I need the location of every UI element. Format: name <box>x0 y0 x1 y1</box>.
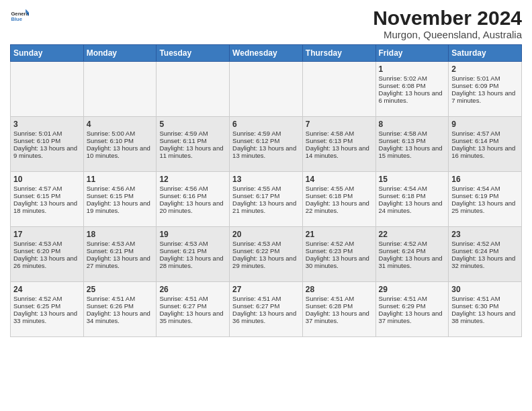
day-info: Daylight: 13 hours and 13 minutes. <box>232 144 300 159</box>
calendar-week-1: 1Sunrise: 5:02 AMSunset: 6:08 PMDaylight… <box>11 62 522 117</box>
day-info: Sunrise: 5:00 AM <box>87 130 154 137</box>
day-info: Sunrise: 5:02 AM <box>379 75 446 82</box>
title-block: November 2024 Murgon, Queensland, Austra… <box>373 7 522 40</box>
calendar-cell <box>230 62 303 117</box>
header-row-days: Sunday Monday Tuesday Wednesday Thursday… <box>11 45 522 62</box>
day-info: Sunset: 6:27 PM <box>232 302 300 310</box>
day-info: Sunrise: 4:51 AM <box>159 295 226 302</box>
day-info: Sunrise: 4:52 AM <box>379 240 446 247</box>
day-info: Sunset: 6:14 PM <box>451 137 519 144</box>
day-number: 28 <box>306 285 373 294</box>
day-info: Sunrise: 4:51 AM <box>451 295 519 302</box>
day-info: Sunset: 6:24 PM <box>379 247 446 255</box>
day-info: Sunrise: 4:52 AM <box>306 240 373 247</box>
day-info: Sunset: 6:22 PM <box>232 247 300 255</box>
day-info: Sunset: 6:27 PM <box>159 302 226 310</box>
day-info: Daylight: 13 hours and 10 minutes. <box>87 144 154 159</box>
calendar-cell: 25Sunrise: 4:51 AMSunset: 6:26 PMDayligh… <box>83 282 157 337</box>
logo-icon: General Blue <box>10 7 29 26</box>
day-info: Sunrise: 4:51 AM <box>306 295 373 302</box>
day-number: 14 <box>306 175 373 184</box>
calendar-cell: 2Sunrise: 5:01 AMSunset: 6:09 PMDaylight… <box>449 62 522 117</box>
calendar-cell: 12Sunrise: 4:56 AMSunset: 6:16 PMDayligh… <box>157 172 230 227</box>
header-saturday: Saturday <box>449 45 522 62</box>
day-info: Sunset: 6:28 PM <box>306 302 373 310</box>
day-number: 2 <box>451 64 519 74</box>
calendar-cell: 6Sunrise: 4:59 AMSunset: 6:12 PMDaylight… <box>230 117 303 172</box>
day-info: Sunrise: 4:53 AM <box>87 240 154 247</box>
calendar-cell <box>157 62 230 117</box>
day-info: Sunset: 6:23 PM <box>306 247 373 255</box>
day-number: 23 <box>451 230 519 239</box>
calendar-cell: 1Sunrise: 5:02 AMSunset: 6:08 PMDaylight… <box>375 62 449 117</box>
calendar-cell: 21Sunrise: 4:52 AMSunset: 6:23 PMDayligh… <box>302 227 375 282</box>
day-info: Daylight: 13 hours and 30 minutes. <box>306 255 373 269</box>
day-info: Sunrise: 4:56 AM <box>159 185 226 192</box>
calendar-cell: 3Sunrise: 5:01 AMSunset: 6:10 PMDaylight… <box>11 117 84 172</box>
day-info: Sunrise: 4:51 AM <box>87 295 154 302</box>
header-row: General Blue November 2024 Murgon, Queen… <box>10 7 522 40</box>
calendar-cell <box>11 62 84 117</box>
day-info: Sunrise: 4:59 AM <box>232 130 300 137</box>
day-info: Sunrise: 4:51 AM <box>379 295 446 302</box>
calendar-cell: 20Sunrise: 4:53 AMSunset: 6:22 PMDayligh… <box>230 227 303 282</box>
day-info: Daylight: 13 hours and 9 minutes. <box>13 144 81 159</box>
calendar-cell: 17Sunrise: 4:53 AMSunset: 6:20 PMDayligh… <box>11 227 84 282</box>
day-info: Sunrise: 4:54 AM <box>451 185 519 192</box>
day-info: Daylight: 13 hours and 37 minutes. <box>379 310 446 324</box>
calendar-cell: 15Sunrise: 4:54 AMSunset: 6:18 PMDayligh… <box>375 172 449 227</box>
day-info: Sunset: 6:09 PM <box>451 82 519 89</box>
day-info: Daylight: 13 hours and 19 minutes. <box>87 199 154 214</box>
day-info: Sunset: 6:24 PM <box>451 247 519 255</box>
day-info: Sunset: 6:11 PM <box>159 137 226 144</box>
calendar-table: Sunday Monday Tuesday Wednesday Thursday… <box>10 44 522 337</box>
day-number: 25 <box>87 285 154 294</box>
day-info: Sunset: 6:26 PM <box>87 302 154 310</box>
day-info: Sunset: 6:29 PM <box>379 302 446 310</box>
calendar-cell: 30Sunrise: 4:51 AMSunset: 6:30 PMDayligh… <box>449 282 522 337</box>
day-number: 19 <box>159 230 226 239</box>
day-info: Daylight: 13 hours and 15 minutes. <box>379 144 446 159</box>
day-info: Sunrise: 4:53 AM <box>13 240 81 247</box>
day-info: Sunset: 6:12 PM <box>232 137 300 144</box>
day-number: 11 <box>87 175 154 184</box>
day-number: 26 <box>159 285 226 294</box>
calendar-cell: 29Sunrise: 4:51 AMSunset: 6:29 PMDayligh… <box>375 282 449 337</box>
day-info: Daylight: 13 hours and 22 minutes. <box>306 199 373 214</box>
day-number: 17 <box>13 230 81 239</box>
header-wednesday: Wednesday <box>230 45 303 62</box>
day-info: Daylight: 13 hours and 36 minutes. <box>232 310 300 324</box>
calendar-cell: 16Sunrise: 4:54 AMSunset: 6:19 PMDayligh… <box>449 172 522 227</box>
day-info: Sunset: 6:08 PM <box>379 82 446 89</box>
calendar-week-4: 17Sunrise: 4:53 AMSunset: 6:20 PMDayligh… <box>11 227 522 282</box>
day-info: Sunrise: 4:57 AM <box>13 185 81 192</box>
day-info: Daylight: 13 hours and 20 minutes. <box>159 199 226 214</box>
day-info: Sunrise: 4:57 AM <box>451 130 519 137</box>
day-info: Daylight: 13 hours and 26 minutes. <box>13 255 81 269</box>
day-number: 4 <box>87 120 154 129</box>
day-info: Daylight: 13 hours and 6 minutes. <box>379 89 446 104</box>
main-container: General Blue November 2024 Murgon, Queen… <box>0 0 532 340</box>
calendar-cell: 18Sunrise: 4:53 AMSunset: 6:21 PMDayligh… <box>83 227 157 282</box>
day-info: Sunrise: 4:56 AM <box>87 185 154 192</box>
day-info: Sunset: 6:17 PM <box>232 192 300 199</box>
month-title: November 2024 <box>373 7 522 29</box>
day-info: Daylight: 13 hours and 27 minutes. <box>87 255 154 269</box>
day-info: Sunset: 6:30 PM <box>451 302 519 310</box>
header-tuesday: Tuesday <box>157 45 230 62</box>
day-info: Daylight: 13 hours and 11 minutes. <box>159 144 226 159</box>
day-number: 21 <box>306 230 373 239</box>
day-info: Sunset: 6:19 PM <box>451 192 519 199</box>
day-info: Sunset: 6:20 PM <box>13 247 81 255</box>
calendar-week-3: 10Sunrise: 4:57 AMSunset: 6:15 PMDayligh… <box>11 172 522 227</box>
day-info: Daylight: 13 hours and 33 minutes. <box>13 310 81 324</box>
day-info: Sunrise: 4:58 AM <box>306 130 373 137</box>
header-monday: Monday <box>83 45 157 62</box>
svg-text:Blue: Blue <box>11 16 22 22</box>
day-number: 15 <box>379 175 446 184</box>
day-number: 29 <box>379 285 446 294</box>
day-info: Daylight: 13 hours and 7 minutes. <box>451 89 519 104</box>
day-info: Daylight: 13 hours and 34 minutes. <box>87 310 154 324</box>
header-friday: Friday <box>375 45 449 62</box>
day-info: Sunset: 6:18 PM <box>306 192 373 199</box>
